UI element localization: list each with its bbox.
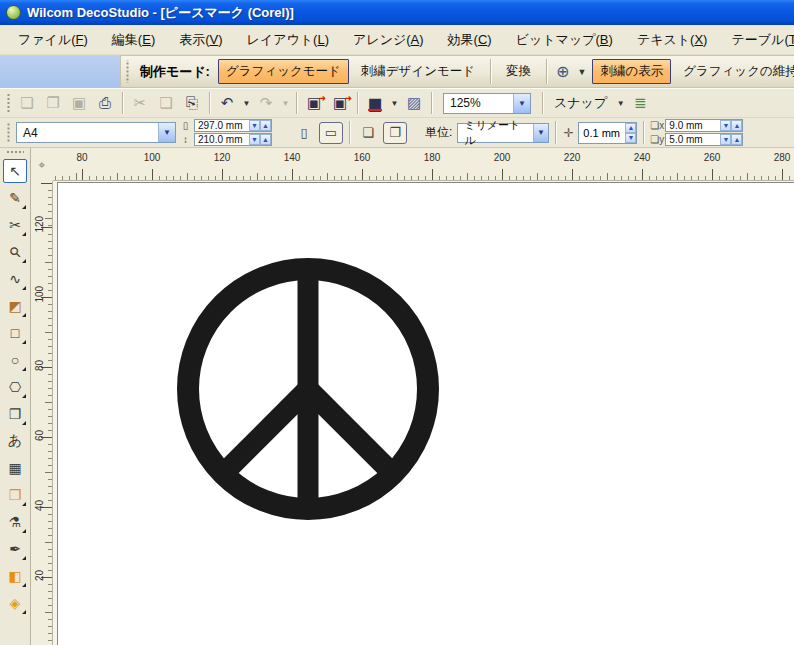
menu-item-テーブル[interactable]: テーブル(T) <box>721 27 794 53</box>
title-bar[interactable]: Wilcom DecoStudio - [ピースマーク (Corel)] <box>0 0 794 25</box>
h-ruler-number: 160 <box>354 152 371 163</box>
app-logo-icon <box>6 5 21 20</box>
horizontal-ruler: 80100120140160180200220240260280 <box>53 148 794 181</box>
blend-tool[interactable]: ❒ <box>3 483 27 507</box>
show-stitches-button[interactable]: 刺繍の表示 <box>592 59 671 84</box>
paper-size-combo[interactable]: A4 ▼ <box>16 122 176 143</box>
chevron-down-icon[interactable]: ▼ <box>533 124 549 142</box>
menu-item-ビットマップ[interactable]: ビットマップ(B) <box>506 27 623 53</box>
export-design-icon[interactable]: ▣➜ <box>328 92 352 114</box>
polygon-tool[interactable]: ⎔ <box>3 375 27 399</box>
eyedropper-tool[interactable]: ⚗ <box>3 510 27 534</box>
crop-tool[interactable]: ✂ <box>3 213 27 237</box>
portrait-button[interactable]: ▯ <box>292 122 316 144</box>
shape-edit-tool[interactable]: ✎ <box>3 186 27 210</box>
snap-button[interactable]: スナップ <box>548 91 613 115</box>
page-height-spinner[interactable]: 210.0 mm ▼ ▲ <box>194 133 272 146</box>
menu-item-ファイル[interactable]: ファイル(F) <box>8 27 98 53</box>
menu-item-編集[interactable]: 編集(E) <box>102 27 165 53</box>
menu-item-テキスト[interactable]: テキスト(X) <box>627 27 718 53</box>
nudge-icon: ✛ <box>562 126 575 140</box>
spin-up-icon[interactable]: ▲ <box>731 120 742 131</box>
toolbar-grip[interactable] <box>125 60 130 83</box>
ellipse-tool[interactable]: ○ <box>3 348 27 372</box>
spin-down-icon[interactable]: ▼ <box>720 120 731 131</box>
zoom-tool[interactable]: ⚲ <box>3 240 27 264</box>
menu-item-効果[interactable]: 効果(C) <box>438 27 502 53</box>
nudge-spinner[interactable]: 0.1 mm ▲ ▼ <box>578 122 637 144</box>
spin-up-icon[interactable]: ▲ <box>260 134 271 145</box>
spin-up-icon[interactable]: ▲ <box>731 134 742 145</box>
rectangle-tool-icon: □ <box>11 325 19 341</box>
spin-up-icon[interactable]: ▲ <box>625 123 636 133</box>
unit-combo[interactable]: ミリメートル ▼ <box>457 123 549 143</box>
h-ruler-number: 140 <box>284 152 301 163</box>
menu-item-アレンジ[interactable]: アレンジ(A) <box>343 27 434 53</box>
basic-shapes-tool-icon: ❐ <box>9 406 22 422</box>
menu-item-レイアウト[interactable]: レイアウト(L) <box>237 27 339 53</box>
snap-dropdown[interactable]: ▼ <box>615 92 626 114</box>
rectangle-tool[interactable]: □ <box>3 321 27 345</box>
separator <box>643 121 644 144</box>
duplicate-x-spinner[interactable]: 9.0 mm ▼ ▲ <box>665 119 743 132</box>
all-pages-button[interactable]: ❏ <box>356 122 380 144</box>
v-ruler-number: 60 <box>34 429 45 443</box>
v-ruler-number: 40 <box>34 499 45 513</box>
spin-down-icon[interactable]: ▼ <box>720 134 731 145</box>
canvas-area[interactable] <box>53 181 794 645</box>
text-tool[interactable]: あ <box>3 429 27 453</box>
landscape-button[interactable]: ▭ <box>319 122 343 144</box>
undo-icon[interactable]: ↶ <box>215 92 239 114</box>
pick-tool[interactable]: ↖ <box>3 159 27 183</box>
page-width-spinner[interactable]: 297.0 mm ▼ ▲ <box>194 119 272 132</box>
table-tool-icon: ▦ <box>8 460 21 476</box>
spin-down-icon[interactable]: ▼ <box>625 133 636 143</box>
outline-pen-tool[interactable]: ✒ <box>3 537 27 561</box>
zoom-level-combo[interactable]: 125%▼ <box>443 93 531 114</box>
image-icon[interactable]: ▨ <box>402 92 426 114</box>
globe-dropdown[interactable]: ▼ <box>575 67 588 77</box>
spin-down-icon[interactable]: ▼ <box>249 120 260 131</box>
redo-icon[interactable]: ↷ <box>254 92 278 114</box>
save-icon[interactable]: ▣ <box>67 92 91 114</box>
duplicate-x-value: 9.0 mm <box>666 120 720 131</box>
duplicate-y-spinner[interactable]: 5.0 mm ▼ ▲ <box>665 133 743 146</box>
screen-display-icon[interactable]: ▆ <box>363 92 387 114</box>
print-icon[interactable]: ⎙ <box>93 92 117 114</box>
toolbar-grip[interactable] <box>6 122 11 143</box>
convert-button[interactable]: 変換 <box>498 59 539 84</box>
interactive-fill-tool[interactable]: ◈ <box>3 591 27 615</box>
fill-tool[interactable]: ◧ <box>3 564 27 588</box>
peace-symbol[interactable] <box>53 181 794 645</box>
undo-dropdown[interactable]: ▼ <box>241 92 252 114</box>
table-tool[interactable]: ▦ <box>3 456 27 480</box>
window-title: Wilcom DecoStudio - [ピースマーク (Corel)] <box>27 4 294 22</box>
graphic-mode-button[interactable]: グラフィックモード <box>218 59 349 84</box>
text-tool-icon: あ <box>8 432 22 450</box>
freehand-curve-tool[interactable]: ∿ <box>3 267 27 291</box>
smart-fill-tool[interactable]: ◩ <box>3 294 27 318</box>
spin-down-icon[interactable]: ▼ <box>249 134 260 145</box>
embroidery-design-mode-button[interactable]: 刺繍デザインモード <box>353 59 483 84</box>
keep-graphic-button[interactable]: グラフィックの維持 <box>675 59 794 84</box>
toolbox-grip[interactable] <box>6 150 24 155</box>
basic-shapes-tool[interactable]: ❐ <box>3 402 27 426</box>
separator <box>357 92 358 114</box>
menu-item-表示[interactable]: 表示(V) <box>169 27 232 53</box>
import-design-icon[interactable]: ▣➜ <box>302 92 326 114</box>
chevron-down-icon[interactable]: ▼ <box>513 94 530 113</box>
options-list-icon[interactable]: ≣ <box>628 92 652 114</box>
paste-icon[interactable]: ⎘ <box>180 92 204 114</box>
redo-dropdown[interactable]: ▼ <box>280 92 291 114</box>
chevron-down-icon[interactable]: ▼ <box>158 123 175 142</box>
cut-icon[interactable]: ✂ <box>128 92 152 114</box>
toolbar-grip[interactable] <box>6 93 11 113</box>
ruler-origin-icon: ⌖ <box>31 148 53 181</box>
new-document-icon[interactable]: ❏ <box>15 92 39 114</box>
open-folder-icon[interactable]: ❐ <box>41 92 65 114</box>
screen-display-dropdown[interactable]: ▼ <box>389 92 400 114</box>
copy-icon[interactable]: ❏ <box>154 92 178 114</box>
globe-icon[interactable]: ⊕ <box>554 61 571 82</box>
spin-up-icon[interactable]: ▲ <box>260 120 271 131</box>
current-page-button[interactable]: ❐ <box>383 122 407 144</box>
